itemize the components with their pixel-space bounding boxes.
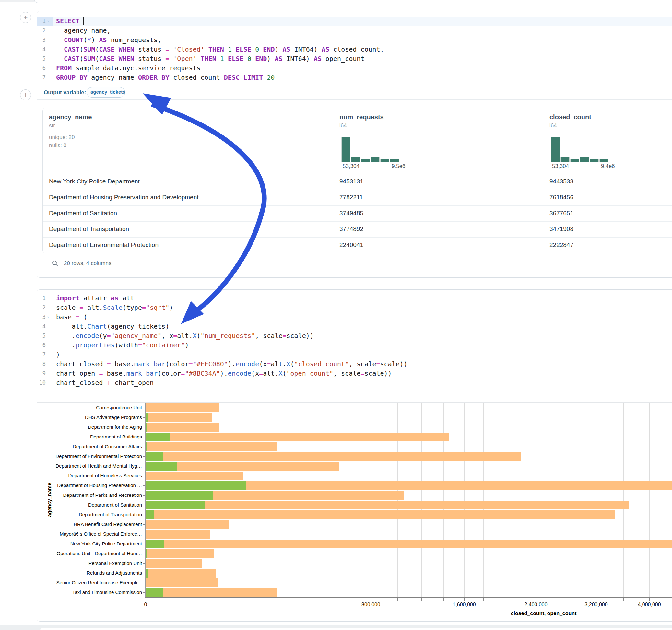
next-cell-top-edge	[40, 628, 672, 630]
annotation-arrow	[0, 0, 672, 630]
notebook-page: + + 1›SELECT 2 agency_name,3 COUNT(*) AS…	[0, 0, 672, 630]
